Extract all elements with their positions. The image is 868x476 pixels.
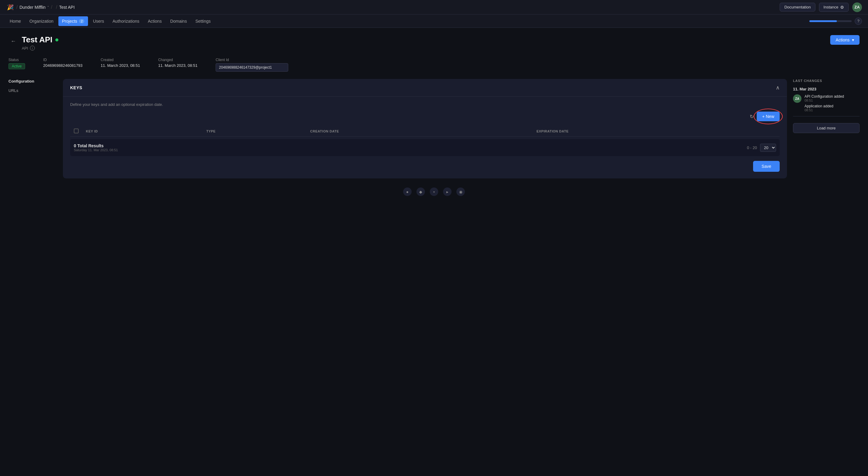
secondary-navigation: Home Organization Projects 2 Users Autho…: [0, 14, 868, 28]
save-button[interactable]: Save: [753, 161, 780, 172]
actions-button[interactable]: Actions ▾: [830, 35, 860, 45]
nav-right: Documentation Instance ⚙ ZA: [780, 2, 862, 12]
nav-separator-2: /: [51, 4, 52, 10]
page-size-select[interactable]: 20: [760, 144, 776, 152]
nav-organization[interactable]: Organization: [26, 16, 57, 26]
meta-changed: Changed 11. March 2023, 08:51: [158, 58, 197, 68]
col-type: TYPE: [203, 126, 306, 137]
sidebar: Configuration URLs: [8, 79, 57, 94]
footer-icon-2[interactable]: ◆: [416, 188, 425, 196]
footer-icon-3[interactable]: ▪: [430, 188, 438, 196]
change-time-1: 08:51: [805, 99, 844, 102]
change-time-2: 08:51: [805, 108, 844, 112]
change-entry-1: ZA API Configuration added 08:51 Applica…: [793, 94, 860, 112]
change-action-2: Application added: [805, 104, 844, 108]
keys-title: KEYS: [70, 85, 82, 90]
status-indicator: [55, 38, 58, 41]
results-info: 0 Total Results Saturday 11. Mar 2023, 0…: [74, 144, 118, 152]
nav-right-secondary: ?: [809, 18, 862, 25]
last-changes-title: LAST CHANGES: [793, 79, 860, 83]
nav-projects[interactable]: Projects 2: [58, 16, 88, 26]
sidebar-section-configuration: Configuration: [8, 79, 57, 84]
page-header: ← Test API API i Actions ▾: [8, 35, 860, 51]
meta-id: ID 204696988246081793: [43, 58, 83, 68]
progress-bar: [809, 20, 852, 22]
project-name[interactable]: Test API: [59, 5, 74, 10]
save-bar: Save: [70, 156, 780, 173]
projects-badge: 2: [79, 19, 84, 23]
instance-button[interactable]: Instance ⚙: [819, 3, 849, 12]
nav-domains[interactable]: Domains: [167, 16, 190, 26]
gear-icon: ⚙: [840, 5, 844, 10]
change-action-1: API Configuration added: [805, 94, 844, 99]
nav-authorizations[interactable]: Authorizations: [109, 16, 143, 26]
keys-table: KEY ID TYPE CREATION DATE EXPIRATION DAT…: [70, 126, 780, 137]
info-icon[interactable]: i: [30, 46, 35, 51]
nav-home[interactable]: Home: [6, 16, 25, 26]
documentation-button[interactable]: Documentation: [780, 3, 815, 11]
results-datetime: Saturday 11. Mar 2023, 08:51: [74, 148, 118, 152]
results-bar: 0 Total Results Saturday 11. Mar 2023, 0…: [70, 139, 780, 156]
nav-separator-1: /: [16, 4, 18, 10]
meta-client-id: Client Id: [216, 58, 288, 72]
created-value: 11. March 2023, 08:51: [101, 63, 140, 68]
keys-description: Define your keys and add an optional exp…: [70, 102, 780, 107]
load-more-button[interactable]: Load more: [793, 123, 860, 133]
page-title-block: Test API API i: [22, 35, 830, 51]
progress-bar-fill: [809, 20, 837, 22]
top-navigation: 🎉 / Dunder Mifflin ⌃ / / Test API Docume…: [0, 0, 868, 14]
keys-body: Define your keys and add an optional exp…: [63, 97, 787, 179]
change-avatar-1: ZA: [793, 94, 802, 103]
chevron-down-icon: ▾: [852, 37, 854, 42]
new-key-button[interactable]: + New: [757, 112, 780, 121]
keys-panel: KEYS ∧ Define your keys and add an optio…: [63, 79, 787, 179]
client-id-input[interactable]: [216, 63, 288, 72]
nav-users[interactable]: Users: [89, 16, 108, 26]
page-title: Test API: [22, 35, 830, 44]
id-value: 204696988246081793: [43, 63, 83, 68]
logo-icon: 🎉: [6, 3, 14, 11]
footer-icon-1[interactable]: ●: [403, 188, 412, 196]
page-subtitle: API i: [22, 46, 830, 51]
logo[interactable]: 🎉: [6, 3, 14, 11]
chevron-down-icon: ⌃: [47, 5, 49, 9]
refresh-button[interactable]: ↻: [750, 114, 754, 120]
changed-value: 11. March 2023, 08:51: [158, 63, 197, 68]
col-creation-date: CREATION DATE: [307, 126, 533, 137]
last-changes-panel: LAST CHANGES 11. Mar 2023 ZA API Configu…: [793, 79, 860, 133]
change-info-1: API Configuration added 08:51 Applicatio…: [805, 94, 844, 112]
footer-icon-4[interactable]: ▸: [443, 188, 452, 196]
help-button[interactable]: ?: [855, 18, 862, 25]
keys-header: KEYS ∧: [63, 79, 787, 97]
keys-toolbar: ↻ + New: [70, 112, 780, 121]
main-content: ← Test API API i Actions ▾ Status Active…: [0, 28, 868, 206]
sidebar-item-urls[interactable]: URLs: [8, 87, 57, 94]
content-layout: Configuration URLs KEYS ∧ Define your ke…: [8, 79, 860, 179]
back-button[interactable]: ←: [8, 36, 18, 46]
collapse-button[interactable]: ∧: [776, 84, 780, 91]
meta-created: Created 11. March 2023, 08:51: [101, 58, 140, 68]
nav-actions[interactable]: Actions: [144, 16, 165, 26]
change-date: 11. Mar 2023: [793, 87, 860, 91]
nav-settings[interactable]: Settings: [192, 16, 214, 26]
select-all-checkbox[interactable]: [74, 129, 79, 133]
col-expiration-date: EXPIRATION DATE: [533, 126, 780, 137]
footer-icon-5[interactable]: ◉: [456, 188, 465, 196]
org-name[interactable]: Dunder Mifflin ⌃: [19, 5, 49, 10]
total-results: 0 Total Results: [74, 144, 118, 148]
footer-social: ● ◆ ▪ ▸ ◉: [8, 179, 860, 199]
range-text: 0 - 20: [747, 146, 757, 150]
col-key-id: KEY ID: [82, 126, 203, 137]
meta-status: Status Active: [8, 58, 25, 69]
divider: [793, 116, 860, 117]
results-right: 0 - 20 20: [747, 144, 776, 152]
status-badge: Active: [8, 63, 25, 69]
avatar[interactable]: ZA: [852, 2, 862, 12]
meta-row: Status Active ID 204696988246081793 Crea…: [8, 58, 860, 72]
nav-separator-3: /: [56, 4, 57, 10]
